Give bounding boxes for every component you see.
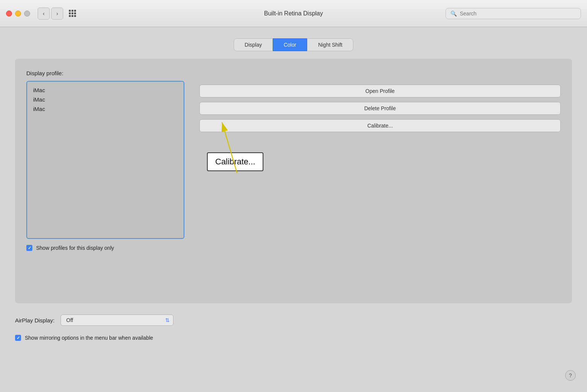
show-profiles-label: Show profiles for this display only: [36, 245, 114, 251]
profile-list-box[interactable]: iMac iMac iMac: [26, 81, 184, 239]
annotation-container: iMac iMac iMac ✓ Show profiles for this …: [26, 81, 561, 251]
svg-line-1: [222, 122, 237, 173]
show-profiles-checkbox[interactable]: ✓: [26, 245, 32, 251]
forward-button[interactable]: ›: [51, 8, 63, 20]
profile-item[interactable]: iMac: [31, 85, 180, 95]
calibrate-annotation: Calibrate...: [207, 152, 263, 171]
display-profile-label: Display profile:: [26, 70, 561, 76]
tab-bar: Display Color Night Shift: [15, 38, 572, 51]
main-content: Display Color Night Shift Display profil…: [0, 27, 587, 352]
checkmark-icon: ✓: [28, 246, 31, 251]
title-bar: ‹ › Built-in Retina Display 🔍: [0, 0, 587, 27]
maximize-button[interactable]: [24, 11, 30, 17]
airplay-label: AirPlay Display:: [15, 317, 55, 324]
airplay-row: AirPlay Display: Off Apple TV ⇅: [15, 315, 572, 326]
tab-color[interactable]: Color: [273, 38, 307, 51]
checkmark-icon: ✓: [17, 336, 20, 340]
mirroring-label: Show mirroring options in the menu bar w…: [25, 335, 153, 341]
content-panel: Display profile: iMac iMac iMac ✓ Show p…: [15, 59, 572, 303]
help-button[interactable]: ?: [565, 370, 576, 381]
window-title: Built-in Retina Display: [264, 10, 323, 17]
airplay-select[interactable]: Off Apple TV: [61, 315, 173, 326]
traffic-lights: [6, 11, 30, 17]
profile-item[interactable]: iMac: [31, 95, 180, 104]
tab-display[interactable]: Display: [234, 38, 273, 51]
open-profile-button[interactable]: Open Profile: [199, 85, 561, 97]
tab-night-shift[interactable]: Night Shift: [307, 38, 353, 51]
grid-icon: [69, 10, 76, 17]
close-button[interactable]: [6, 11, 12, 17]
profile-area: iMac iMac iMac ✓ Show profiles for this …: [26, 81, 561, 251]
annotation-arrow: [203, 100, 278, 175]
search-icon: 🔍: [450, 11, 457, 17]
airplay-select-wrapper: Off Apple TV ⇅: [61, 315, 173, 326]
search-box: 🔍: [446, 8, 581, 19]
grid-button[interactable]: [66, 8, 78, 20]
profile-item[interactable]: iMac: [31, 104, 180, 114]
minimize-button[interactable]: [15, 11, 21, 17]
show-profiles-checkbox-row: ✓ Show profiles for this display only: [26, 245, 184, 251]
nav-buttons: ‹ ›: [38, 8, 63, 20]
search-input[interactable]: [460, 11, 576, 17]
mirroring-checkbox[interactable]: ✓: [15, 335, 21, 341]
back-button[interactable]: ‹: [38, 8, 50, 20]
mirroring-checkbox-row: ✓ Show mirroring options in the menu bar…: [15, 335, 572, 341]
